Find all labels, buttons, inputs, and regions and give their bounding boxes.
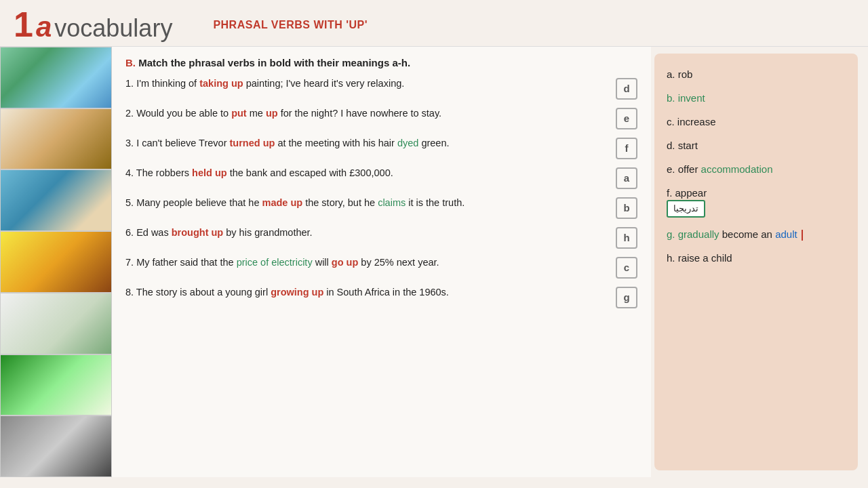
ex4-num: 4. bbox=[125, 167, 136, 178]
meaning-g-adult: adult bbox=[775, 228, 797, 240]
exercise-text-6: 6. Ed was brought up by his grandmother. bbox=[125, 226, 616, 241]
meaning-f-text: f. appear bbox=[667, 187, 707, 199]
section-title: B. Match the phrasal verbs in bold with … bbox=[125, 57, 637, 68]
answer-box-8: g bbox=[616, 287, 637, 308]
meaning-b-label: b. invent bbox=[667, 92, 705, 104]
ex6-num: 6. bbox=[125, 227, 136, 238]
image-1 bbox=[0, 47, 112, 108]
meaning-e-text: e. offer bbox=[667, 163, 701, 175]
meaning-a-label: a. rob bbox=[667, 68, 692, 80]
ex3-green: dyed bbox=[397, 138, 418, 148]
meaning-c: c. increase bbox=[667, 115, 846, 129]
exercise-item-3: 3. I can't believe Trevor turned up at t… bbox=[125, 136, 637, 159]
meaning-e-highlight: accommodation bbox=[701, 163, 773, 175]
ex8-text1: The story is about a young girl bbox=[136, 287, 271, 298]
ex3-num: 3. bbox=[125, 138, 136, 148]
ex7-num: 7. bbox=[125, 257, 136, 268]
exercise-text-3: 3. I can't believe Trevor turned up at t… bbox=[125, 136, 616, 151]
ex1-num: 1. bbox=[125, 78, 136, 89]
answer-box-1: d bbox=[616, 78, 637, 100]
ex2-text1: Would you be able to bbox=[136, 108, 231, 119]
image-4 bbox=[0, 231, 112, 293]
ex4-text1: The robbers bbox=[136, 167, 192, 178]
unit-number: 1 bbox=[14, 7, 33, 42]
exercises-area: B. Match the phrasal verbs in bold with … bbox=[112, 47, 651, 477]
meaning-f-arabic: تدريجيا bbox=[667, 200, 705, 218]
exercise-text-4: 4. The robbers held up the bank and esca… bbox=[125, 166, 616, 181]
ex3-text3: green. bbox=[421, 138, 449, 148]
image-6 bbox=[0, 354, 112, 416]
meaning-d-label: d. start bbox=[667, 140, 698, 151]
ex6-text1: Ed was bbox=[136, 227, 172, 238]
exercise-text-8: 8. The story is about a young girl growi… bbox=[125, 285, 616, 300]
ex3-phrasal: turned up bbox=[230, 138, 275, 148]
exercise-item-7: 7. My father said that the price of elec… bbox=[125, 256, 637, 279]
meaning-b: b. invent bbox=[667, 91, 846, 105]
ex1-text1: I'm thinking of bbox=[136, 78, 199, 89]
meaning-h: h. raise a child bbox=[667, 251, 846, 265]
ex4-text2: the bank and escaped with £300,000. bbox=[230, 167, 393, 178]
image-7 bbox=[0, 415, 112, 477]
ex3-text1: I can't believe Trevor bbox=[136, 138, 229, 148]
ex2-phrasal1: put bbox=[231, 108, 247, 119]
exercise-item-5: 5. Many people believe that he made up t… bbox=[125, 196, 637, 219]
meaning-g: g. gradually become an adult bbox=[667, 227, 846, 241]
ex2-phrasal2: up bbox=[266, 108, 278, 119]
answer-box-5: b bbox=[616, 197, 637, 219]
image-5 bbox=[0, 293, 112, 354]
section-prefix: B. bbox=[125, 57, 138, 68]
ex8-num: 8. bbox=[125, 287, 136, 298]
ex8-text2: in South Africa in the 1960s. bbox=[326, 287, 449, 298]
answer-box-6: h bbox=[616, 227, 637, 249]
ex2-text2: me bbox=[250, 108, 266, 119]
ex8-phrasal: growing up bbox=[271, 287, 323, 298]
meaning-f: f. appear تدريجيا bbox=[667, 186, 846, 218]
unit-label: 1 a vocabulary bbox=[14, 7, 172, 43]
ex4-phrasal: held up bbox=[192, 167, 227, 178]
ex5-text1: Many people believe that he bbox=[136, 197, 262, 208]
meaning-h-label: h. raise a child bbox=[667, 252, 732, 264]
ex7-text1: My father said that the bbox=[136, 257, 237, 268]
ex7-text2: will bbox=[315, 257, 332, 268]
meaning-c-label: c. increase bbox=[667, 116, 716, 127]
ex5-text2: the story, but he bbox=[305, 197, 378, 208]
phrasal-title: PHRASAL VERBS WITH 'UP' bbox=[213, 19, 368, 31]
ex5-phrasal: made up bbox=[262, 197, 303, 208]
meaning-g-gradually: g. gradually bbox=[667, 228, 719, 240]
ex5-text3: it is the truth. bbox=[408, 197, 465, 208]
unit-vocab: vocabulary bbox=[54, 14, 172, 43]
image-3 bbox=[0, 169, 112, 231]
meaning-e: e. offer accommodation bbox=[667, 162, 846, 176]
ex3-text2: at the meeting with his hair bbox=[277, 138, 397, 148]
ex5-num: 5. bbox=[125, 197, 136, 208]
exercise-item-8: 8. The story is about a young girl growi… bbox=[125, 285, 637, 308]
exercise-item-4: 4. The robbers held up the bank and esca… bbox=[125, 166, 637, 189]
exercise-text-2: 2. Would you be able to put me up for th… bbox=[125, 106, 616, 121]
images-strip bbox=[0, 47, 112, 477]
answer-box-2: e bbox=[616, 108, 637, 129]
exercise-item-1: 1. I'm thinking of taking up painting; I… bbox=[125, 77, 637, 100]
main-content: B. Match the phrasal verbs in bold with … bbox=[0, 47, 868, 477]
unit-letter: a bbox=[36, 13, 52, 41]
answer-box-3: f bbox=[616, 138, 637, 159]
ex6-text2: by his grandmother. bbox=[226, 227, 312, 238]
exercise-text-5: 5. Many people believe that he made up t… bbox=[125, 196, 616, 211]
meanings-panel: a. rob b. invent c. increase d. start e.… bbox=[654, 54, 858, 470]
ex2-num: 2. bbox=[125, 108, 136, 119]
meaning-d: d. start bbox=[667, 138, 846, 152]
ex7-text3: by 25% next year. bbox=[361, 257, 439, 268]
cursor bbox=[802, 230, 803, 241]
image-2 bbox=[0, 108, 112, 170]
ex5-green: claims bbox=[378, 197, 406, 208]
answer-box-4: a bbox=[616, 167, 637, 189]
ex7-green: price of electricity bbox=[237, 257, 313, 268]
ex1-phrasal: taking up bbox=[199, 78, 243, 89]
ex6-phrasal: brought up bbox=[172, 227, 224, 238]
meaning-a: a. rob bbox=[667, 67, 846, 81]
ex7-phrasal: go up bbox=[332, 257, 358, 268]
exercise-text-7: 7. My father said that the price of elec… bbox=[125, 256, 616, 270]
ex1-text2: painting; I've heard it's very relaxing. bbox=[246, 78, 405, 89]
exercise-item-6: 6. Ed was brought up by his grandmother.… bbox=[125, 226, 637, 249]
header: 1 a vocabulary PHRASAL VERBS WITH 'UP' bbox=[0, 0, 868, 47]
exercise-item-2: 2. Would you be able to put me up for th… bbox=[125, 106, 637, 129]
